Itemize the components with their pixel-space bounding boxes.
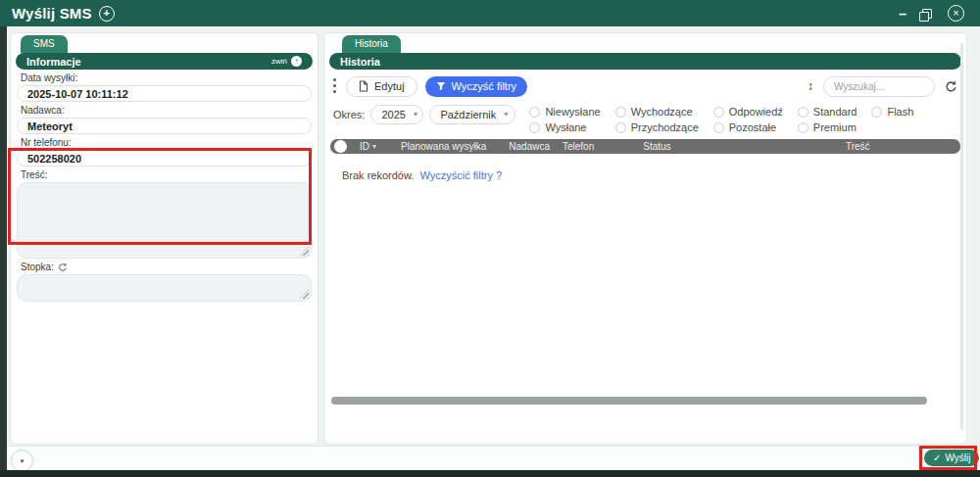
filter-premium[interactable]: Premium (798, 121, 858, 133)
filter-pozostale[interactable]: Pozostałe (713, 121, 783, 133)
historia-header-bar: Historia (329, 53, 961, 70)
filter-standard[interactable]: Standard (798, 106, 858, 118)
filter-label: Wysłane (545, 121, 586, 133)
history-panel: Historia Historia Edytuj Wyczyść filtry … (323, 32, 967, 445)
close-icon[interactable]: × (948, 5, 964, 22)
column-status[interactable]: Status (643, 141, 670, 152)
send-button[interactable]: ✓ Wyślij (924, 450, 979, 466)
horizontal-scrollbar[interactable] (331, 397, 927, 405)
filter-label: Odpowiedź (729, 106, 783, 118)
titlebar: Wyślij SMS + – × (0, 0, 980, 26)
column-telefon[interactable]: Telefon (563, 141, 594, 152)
empty-state: Brak rekordów. Wyczyścić filtry ? (342, 169, 966, 181)
data-wysylki-input[interactable] (17, 85, 312, 102)
kebab-menu-icon[interactable] (333, 78, 337, 94)
filters-row: Okres: 2025 ▾ Październik ▾ Niewysłane W… (333, 105, 957, 133)
footer-toggle-button[interactable]: ▾ (11, 450, 33, 472)
edit-button[interactable]: Edytuj (346, 76, 417, 97)
collapse-toggle[interactable]: zwiń ↑ (271, 56, 302, 67)
tresc-textarea[interactable] (17, 182, 312, 259)
window-controls: – × (899, 5, 964, 22)
sort-caret-icon: ▾ (372, 143, 376, 151)
filter-przychodzace[interactable]: Przychodzące (615, 121, 699, 133)
tresc-label: Treść: (21, 169, 308, 180)
informacje-title: Informacje (26, 56, 81, 68)
field-nadawca: Nadawca: (17, 105, 312, 134)
chevron-down-icon: ▾ (504, 111, 508, 119)
nr-telefonu-input[interactable] (17, 150, 312, 167)
search-input[interactable] (823, 76, 935, 97)
edit-button-label: Edytuj (374, 80, 405, 92)
informacje-header-bar: Informacje zwiń ↑ (16, 53, 313, 70)
status-filter-group: Niewysłane Wychodzące Odpowiedź Standard… (529, 106, 913, 133)
year-select[interactable]: 2025 ▾ (370, 105, 423, 124)
column-planowana-wysylka[interactable]: Planowana wysyłka (401, 141, 486, 152)
filter-label: Flash (887, 106, 913, 118)
tab-sms[interactable]: SMS (21, 35, 68, 53)
radio-icon (798, 107, 808, 118)
bottom-edge-strip (0, 470, 980, 477)
filter-label: Standard (813, 106, 858, 118)
clear-filters-button[interactable]: Wyczyść filtry (425, 76, 528, 97)
column-id-label: ID (360, 141, 369, 152)
select-all-checkbox[interactable] (334, 140, 347, 153)
radio-icon (713, 107, 724, 118)
left-edge-strip (0, 26, 7, 470)
filter-label: Premium (813, 121, 857, 133)
historia-title: Historia (340, 56, 380, 68)
document-icon (359, 80, 368, 92)
sort-updown-icon[interactable]: ↕ (808, 79, 813, 93)
reload-icon[interactable] (945, 80, 957, 93)
page-title: Wyślij SMS (12, 5, 92, 22)
filter-wyslane[interactable]: Wysłane (529, 121, 600, 133)
footer-bar: ▾ (7, 446, 980, 470)
empty-text: Brak rekordów. (342, 169, 414, 181)
column-id[interactable]: ID ▾ (360, 141, 376, 152)
chevron-down-icon: ▾ (414, 111, 417, 119)
send-button-label: Wyślij (945, 453, 970, 463)
toolbar-right-group: ↕ (808, 76, 957, 97)
clear-filters-label: Wyczyść filtry (452, 80, 517, 92)
sms-form-panel: SMS Informacje zwiń ↑ Data wysyłki: Nada… (10, 32, 318, 445)
filter-odpowiedz[interactable]: Odpowiedź (713, 106, 783, 118)
vertical-scrollbar[interactable] (960, 43, 963, 430)
radio-icon (615, 107, 626, 118)
radio-icon (529, 107, 540, 118)
column-tresc[interactable]: Treść (671, 141, 960, 152)
collapse-label: zwiń (271, 57, 287, 66)
filter-wychodzace[interactable]: Wychodzące (615, 106, 699, 118)
radio-icon (798, 122, 808, 133)
month-select[interactable]: Październik ▾ (429, 105, 515, 124)
history-table-header: ID ▾ Planowana wysyłka Nadawca Telefon S… (330, 139, 960, 154)
minimize-button[interactable]: – (899, 7, 906, 21)
stopka-textarea[interactable] (17, 274, 312, 302)
radio-icon (871, 107, 882, 118)
field-data-wysylki: Data wysyłki: (17, 72, 312, 102)
nr-telefonu-label: Nr telefonu: (21, 137, 308, 148)
add-icon[interactable]: + (99, 6, 115, 22)
filter-label: Pozostałe (729, 121, 776, 133)
data-wysylki-label: Data wysyłki: (21, 72, 308, 83)
radio-icon (615, 122, 626, 133)
nadawca-label: Nadawca: (21, 105, 308, 116)
nadawca-input[interactable] (17, 118, 312, 134)
filter-flash[interactable]: Flash (871, 106, 913, 118)
check-icon: ✓ (933, 453, 941, 463)
filter-label: Przychodzące (631, 121, 699, 133)
stopka-label-text: Stopka: (21, 262, 54, 272)
filter-niewyslane[interactable]: Niewysłane (529, 106, 600, 118)
clear-filters-link[interactable]: Wyczyścić filtry ? (419, 169, 502, 181)
filter-label: Niewysłane (545, 106, 600, 118)
field-stopka: Stopka: (17, 262, 312, 302)
tab-historia[interactable]: Historia (342, 35, 401, 53)
filter-label: Wychodzące (631, 106, 693, 118)
restore-icon[interactable] (922, 9, 932, 19)
column-nadawca[interactable]: Nadawca (509, 141, 550, 152)
refresh-icon[interactable] (58, 262, 68, 272)
period-label: Okres: (333, 105, 365, 124)
month-value: Październik (440, 109, 496, 120)
history-toolbar: Edytuj Wyczyść filtry ↕ (333, 74, 957, 98)
radio-icon (529, 122, 540, 133)
field-tresc: Treść: (17, 169, 312, 259)
app-window: Wyślij SMS + – × SMS Informacje zwiń ↑ D… (0, 0, 980, 477)
